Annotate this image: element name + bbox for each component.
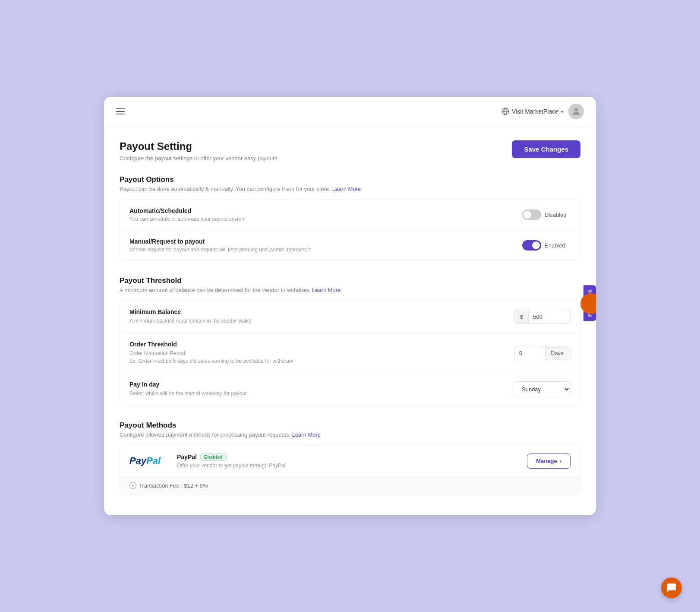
manual-option-info: Manual/Request to payout Vendor request … (129, 238, 311, 253)
chat-icon (666, 583, 677, 593)
transaction-fee-text: Transaction Fee : $12 + 0% (139, 482, 208, 489)
minimum-balance-input[interactable] (529, 310, 559, 323)
manual-toggle-thumb (532, 241, 540, 249)
automatic-option-label: Automatic/Scheduled (129, 207, 246, 214)
paypal-pal: Pal (146, 455, 161, 466)
pay-in-day-row: Pay In day Select which will be the star… (120, 373, 580, 405)
manual-option-desc: Vendor request for payout and request wi… (129, 247, 311, 253)
order-threshold-desc: Order Maturation Period. Ex. Order must … (129, 349, 293, 365)
automatic-toggle[interactable] (522, 209, 541, 220)
minimum-balance-info: Minimum Balance A minimum balance must c… (129, 308, 252, 325)
paypal-desc: Offer your vendor to get payout through … (177, 463, 518, 469)
chat-bubble-button[interactable] (661, 577, 682, 598)
pay-in-day-desc: Select which will be the start of weekda… (129, 390, 246, 397)
transaction-fee-row: ℹ Transaction Fee : $12 + 0% (120, 477, 580, 494)
payout-threshold-title: Payout Threshold (120, 276, 580, 285)
page-header-text: Payout Setting Configure the payout sett… (120, 140, 279, 162)
top-right-actions: Visit MarketPlace ▾ (501, 104, 584, 119)
avatar[interactable] (568, 104, 584, 119)
payout-options-section: Payout Options Payout can be done automa… (120, 175, 580, 261)
top-bar: Visit MarketPlace ▾ (104, 97, 596, 127)
payout-options-learn-more[interactable]: Learn More (332, 186, 361, 192)
chevron-right-icon: › (560, 458, 561, 464)
visit-marketplace-label: Visit MarketPlace (512, 108, 558, 115)
manual-toggle[interactable] (522, 240, 541, 251)
page-subtitle: Configure the payout settings to offer y… (120, 155, 279, 162)
payout-methods-learn-more[interactable]: Learn More (292, 431, 321, 438)
info-icon: ℹ (129, 482, 136, 489)
minimum-balance-desc: A minimum balance must contain in the ve… (129, 317, 252, 325)
minimum-balance-input-wrapper: $ (514, 310, 571, 324)
pay-in-day-select[interactable]: Sunday Monday Tuesday Wednesday Thursday… (514, 382, 570, 397)
automatic-option-info: Automatic/Scheduled You can schedule or … (129, 207, 246, 222)
chevron-down-icon: ▾ (561, 109, 563, 114)
automatic-option-desc: You can schedule or automate your payout… (129, 216, 246, 222)
automatic-toggle-wrapper: Disabled (522, 209, 571, 220)
payout-threshold-learn-more[interactable]: Learn More (312, 287, 341, 293)
main-content: Payout Setting Configure the payout sett… (104, 127, 596, 515)
order-threshold-label: Order Threshold (129, 341, 293, 348)
manual-toggle-track (522, 240, 541, 251)
automatic-toggle-thumb (523, 211, 531, 219)
automatic-option-row: Automatic/Scheduled You can schedule or … (120, 200, 580, 230)
minimum-balance-row: Minimum Balance A minimum balance must c… (120, 301, 580, 333)
payout-threshold-section: Payout Threshold A minimum amount of bal… (120, 276, 580, 406)
manual-toggle-status: Enabled (545, 242, 571, 249)
manual-option-label: Manual/Request to payout (129, 238, 311, 245)
manual-toggle-wrapper: Enabled (522, 240, 571, 251)
globe-icon (501, 108, 509, 115)
days-suffix: Days (545, 346, 569, 360)
paypal-row: PayPal PayPal Enabled Offer your vendor … (120, 445, 580, 477)
dollar-prefix: $ (515, 310, 529, 323)
visit-marketplace-link[interactable]: Visit MarketPlace ▾ (501, 108, 563, 115)
paypal-enabled-badge: Enabled (200, 453, 227, 461)
payout-options-title: Payout Options (120, 175, 580, 184)
payout-options-container: Automatic/Scheduled You can schedule or … (120, 199, 580, 261)
automatic-toggle-track (522, 209, 541, 220)
minimum-balance-label: Minimum Balance (129, 308, 252, 315)
user-icon (571, 106, 581, 117)
hamburger-menu[interactable] (116, 108, 125, 114)
order-threshold-info: Order Threshold Order Maturation Period.… (129, 341, 293, 365)
manual-option-row: Manual/Request to payout Vendor request … (120, 230, 580, 260)
paypal-name-text: PayPal (177, 453, 197, 460)
threshold-container: Minimum Balance A minimum balance must c… (120, 300, 580, 406)
payout-methods-container: PayPal PayPal Enabled Offer your vendor … (120, 445, 580, 495)
pay-in-day-select-wrapper: Sunday Monday Tuesday Wednesday Thursday… (514, 381, 571, 397)
save-changes-button[interactable]: Save Changes (512, 140, 580, 158)
payout-methods-section: Payout Methods Configure allowed payment… (120, 421, 580, 495)
order-threshold-row: Order Threshold Order Maturation Period.… (120, 333, 580, 373)
order-threshold-input-wrapper: Days (514, 346, 571, 360)
payout-methods-desc: Configure allowed payment methods for pr… (120, 431, 580, 438)
paypal-logo: PayPal (129, 455, 168, 466)
payout-methods-title: Payout Methods (120, 421, 580, 430)
payout-threshold-desc: A minimum amount of balance can be deter… (120, 287, 580, 293)
payout-options-desc: Payout can be done automatically & manua… (120, 186, 580, 192)
paypal-pay: Pay (129, 455, 146, 466)
pay-in-day-info: Pay In day Select which will be the star… (129, 381, 246, 397)
page-header: Payout Setting Configure the payout sett… (120, 140, 580, 162)
page-title: Payout Setting (120, 140, 279, 152)
paypal-manage-button[interactable]: Manage › (527, 453, 571, 469)
svg-point-3 (574, 108, 578, 111)
paypal-name-row: PayPal Enabled (177, 453, 518, 461)
automatic-toggle-status: Disabled (545, 212, 571, 218)
paypal-info: PayPal Enabled Offer your vendor to get … (177, 453, 518, 469)
pay-in-day-label: Pay In day (129, 381, 246, 388)
order-threshold-input[interactable] (515, 346, 545, 360)
